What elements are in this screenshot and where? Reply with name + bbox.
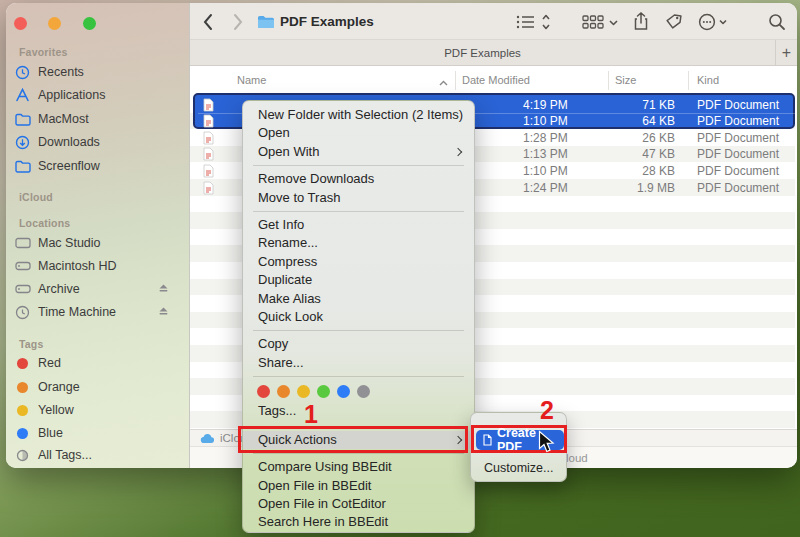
time-machine-icon [13, 305, 32, 320]
green-tag-dot[interactable] [317, 385, 330, 398]
annotation-box-quick-actions [238, 426, 468, 453]
minimize-button[interactable] [48, 17, 61, 30]
column-headers: Name Date Modified Size Kind [190, 66, 797, 95]
menu-item-open[interactable]: Open [243, 124, 474, 142]
pdf-file-icon [203, 181, 214, 198]
column-size[interactable]: Size [615, 74, 636, 86]
back-button[interactable] [202, 3, 214, 40]
blue-tag-icon [13, 428, 32, 439]
folder-icon [13, 160, 32, 173]
menu-item-open-with[interactable]: Open With [243, 143, 474, 161]
sidebar-item-macmost[interactable]: MacMost [13, 109, 183, 129]
sidebar-item-archive[interactable]: Archive [13, 279, 183, 299]
group-by-button[interactable] [582, 3, 618, 40]
menu-item-rename[interactable]: Rename... [243, 234, 474, 252]
clock-icon [13, 65, 32, 80]
pdf-file-icon [203, 147, 214, 164]
red-tag-icon [13, 358, 32, 369]
sidebar-item-time-machine[interactable]: Time Machine [13, 302, 183, 322]
tab-bar: PDF Examples + [190, 40, 797, 66]
sidebar-item-macintosh-hd[interactable]: Macintosh HD [13, 256, 183, 276]
sidebar-item-tag-orange[interactable]: Orange [13, 377, 183, 397]
search-icon[interactable] [768, 3, 786, 40]
download-icon [13, 135, 32, 150]
sidebar-item-tag-blue[interactable]: Blue [13, 423, 183, 443]
sidebar-item-applications[interactable]: Applications [13, 85, 183, 105]
red-tag-dot[interactable] [257, 385, 270, 398]
orange-tag-icon [13, 382, 32, 393]
menu-item-open-file-coteditor[interactable]: Open File in CotEditor [243, 495, 474, 513]
blue-tag-dot[interactable] [337, 385, 350, 398]
sidebar: Favorites Recents Applications MacMost D… [6, 3, 190, 468]
menu-item-quick-look[interactable]: Quick Look [243, 308, 474, 326]
sort-ascending-icon [439, 76, 448, 88]
yellow-tag-dot[interactable] [297, 385, 310, 398]
column-kind[interactable]: Kind [697, 74, 719, 86]
mouse-cursor [538, 430, 555, 458]
menu-separator [243, 207, 474, 216]
sidebar-item-tag-yellow[interactable]: Yellow [13, 400, 183, 420]
menu-item-open-file-bbedit[interactable]: Open File in BBEdit [243, 477, 474, 495]
sidebar-item-mac-studio[interactable]: Mac Studio [13, 233, 183, 253]
menu-item-share[interactable]: Share... [243, 354, 474, 372]
tag-color-row [243, 381, 474, 401]
toolbar: PDF Examples [190, 3, 797, 40]
submenu-item-customize[interactable]: Customize... [484, 461, 553, 475]
window-title: PDF Examples [280, 3, 374, 40]
orange-tag-dot[interactable] [277, 385, 290, 398]
sidebar-item-downloads[interactable]: Downloads [13, 132, 183, 152]
sidebar-item-screenflow[interactable]: Screenflow [13, 156, 183, 176]
menu-item-make-alias[interactable]: Make Alias [243, 290, 474, 308]
gray-tag-dot[interactable] [357, 385, 370, 398]
harddrive-icon [13, 260, 32, 272]
sidebar-item-tag-red[interactable]: Red [13, 353, 183, 373]
sidebar-section-favorites: Favorites [19, 46, 68, 58]
menu-separator [243, 372, 474, 381]
new-tab-button[interactable]: + [775, 40, 797, 66]
tab-pdf-examples[interactable]: PDF Examples [190, 40, 775, 66]
close-button[interactable] [14, 17, 27, 30]
sidebar-item-all-tags[interactable]: All Tags... [13, 445, 183, 465]
harddrive-icon [13, 283, 32, 295]
forward-button[interactable] [232, 3, 244, 40]
menu-item-tags[interactable]: Tags... [243, 401, 474, 422]
eject-icon[interactable] [158, 282, 169, 296]
menu-item-remove-downloads[interactable]: Remove Downloads [243, 170, 474, 188]
sidebar-item-recents[interactable]: Recents [13, 62, 183, 82]
submenu-arrow-icon [454, 148, 462, 156]
folder-icon [257, 3, 275, 40]
menu-separator [243, 161, 474, 170]
more-actions-button[interactable] [698, 3, 728, 40]
pdf-file-icon [203, 164, 214, 181]
context-menu: New Folder with Selection (2 Items) Open… [242, 100, 475, 533]
menu-separator [243, 326, 474, 335]
status-text-fragment: loud [566, 452, 588, 464]
pdf-file-icon [203, 114, 214, 131]
annotation-step-1: 1 [304, 400, 318, 429]
annotation-step-2: 2 [540, 396, 554, 425]
tag-button[interactable] [665, 3, 683, 40]
menu-item-copy[interactable]: Copy [243, 335, 474, 353]
window-controls [14, 16, 96, 34]
applications-icon [13, 88, 32, 102]
sidebar-section-locations: Locations [19, 217, 70, 229]
folder-icon [13, 113, 32, 126]
menu-item-new-folder[interactable]: New Folder with Selection (2 Items) [243, 106, 474, 124]
sidebar-section-icloud: iCloud [19, 191, 53, 203]
menu-item-get-info[interactable]: Get Info [243, 216, 474, 234]
column-name[interactable]: Name [237, 74, 266, 86]
yellow-tag-icon [13, 405, 32, 416]
zoom-button[interactable] [83, 17, 96, 30]
computer-icon [13, 237, 32, 249]
sidebar-section-tags: Tags [19, 338, 44, 350]
all-tags-icon [13, 449, 32, 462]
menu-item-compress[interactable]: Compress [243, 253, 474, 271]
share-button[interactable] [633, 3, 649, 40]
menu-item-move-to-trash[interactable]: Move to Trash [243, 189, 474, 207]
column-date-modified[interactable]: Date Modified [462, 74, 530, 86]
eject-icon[interactable] [158, 305, 169, 319]
menu-item-duplicate[interactable]: Duplicate [243, 271, 474, 289]
list-view-button[interactable] [516, 3, 550, 40]
menu-item-search-here-bbedit[interactable]: Search Here in BBEdit [243, 513, 474, 531]
menu-item-compare-bbedit[interactable]: Compare Using BBEdit [243, 458, 474, 476]
